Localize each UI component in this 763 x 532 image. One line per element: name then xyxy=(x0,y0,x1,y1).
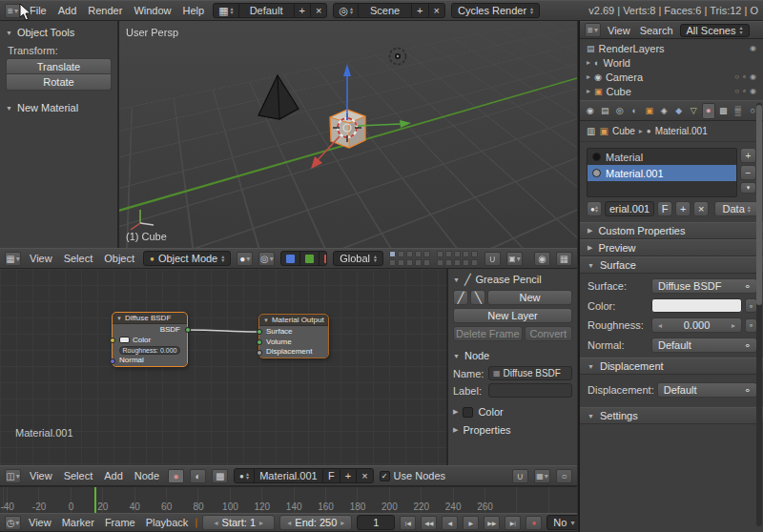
renderability-icon[interactable] xyxy=(750,72,756,81)
renderability-icon[interactable] xyxy=(750,87,756,95)
material-browse-icon[interactable] xyxy=(587,201,602,216)
view3d-menu-object[interactable]: Object xyxy=(101,253,137,264)
pivot-select[interactable]: ▾ xyxy=(258,252,275,266)
settings-panel-header[interactable]: Settings xyxy=(580,407,763,424)
tab-scene[interactable] xyxy=(613,103,626,119)
next-keyframe-icon[interactable] xyxy=(484,516,500,530)
slot-specials-icon[interactable]: ▾ xyxy=(740,182,756,194)
color-panel-header[interactable]: Color xyxy=(453,404,572,419)
tab-constraints[interactable] xyxy=(657,103,670,119)
tab-material[interactable] xyxy=(702,103,715,119)
socket-surface-input[interactable] xyxy=(257,329,262,335)
color-swatch[interactable] xyxy=(119,337,130,343)
timeline-menu-frame[interactable]: Frame xyxy=(102,517,138,528)
render-toggle-icon[interactable] xyxy=(750,44,756,52)
gp-convert-button[interactable]: Convert xyxy=(525,326,572,341)
layer-toggles-left[interactable] xyxy=(389,251,431,267)
material-browse-icon[interactable] xyxy=(235,469,255,482)
gp-new-layer-button[interactable]: New Layer xyxy=(453,308,572,323)
node-panel-header[interactable]: Node xyxy=(453,348,572,363)
slot-remove-icon[interactable]: − xyxy=(740,165,756,180)
socket-bsdf-output[interactable] xyxy=(185,327,191,333)
node-label-field[interactable] xyxy=(488,383,572,398)
node-snap-icon[interactable] xyxy=(512,469,528,483)
grease-pencil-panel-header[interactable]: Grease Pencil xyxy=(453,272,572,287)
scale-manipulator-icon[interactable] xyxy=(320,252,327,265)
menu-add[interactable]: Add xyxy=(55,5,80,16)
shader-nodes-toggle-icon[interactable] xyxy=(168,469,184,483)
material-add-icon[interactable] xyxy=(675,201,691,216)
opengl-render-still-icon[interactable] xyxy=(534,252,550,266)
properties-scrollbar[interactable] xyxy=(756,103,762,526)
material-slot-selected[interactable]: Material.001 xyxy=(588,165,736,181)
play-reverse-icon[interactable] xyxy=(442,516,458,530)
tab-render[interactable] xyxy=(584,103,596,119)
end-frame-field[interactable]: ◂End: 250▸ xyxy=(279,515,352,530)
material-add-icon[interactable] xyxy=(340,469,357,482)
scene-browse-icon[interactable] xyxy=(334,4,359,17)
selectability-icon[interactable] xyxy=(742,87,747,95)
outliner-editor-type-button[interactable]: ▾ xyxy=(585,23,601,37)
outliner-item-camera[interactable]: ▸ Camera xyxy=(580,70,763,84)
tab-object[interactable] xyxy=(643,103,655,119)
timeline-ruler[interactable]: -40 -20 0 20 40 60 80 100 120 140 160 18… xyxy=(0,486,577,513)
translate-button[interactable]: Translate xyxy=(6,58,112,74)
node-menu-add[interactable]: Add xyxy=(101,470,126,481)
rotate-manipulator-icon[interactable] xyxy=(300,252,320,265)
outliner-item-renderlayers[interactable]: RenderLayers xyxy=(580,41,763,55)
outliner-item-world[interactable]: ▸ World xyxy=(580,55,763,70)
menu-window[interactable]: Window xyxy=(131,5,174,16)
roughness-slider[interactable]: Roughness:0.000 xyxy=(119,346,180,355)
viewport-3d[interactable]: User Persp (1) Cube xyxy=(119,21,577,248)
screen-layout-delete-icon[interactable] xyxy=(311,4,326,17)
socket-normal-input[interactable] xyxy=(110,358,115,364)
view3d-menu-select[interactable]: Select xyxy=(61,253,96,264)
material-name[interactable]: Material.001 xyxy=(255,469,323,482)
selectability-icon[interactable] xyxy=(742,72,747,81)
material-fake-user-button[interactable]: F xyxy=(657,201,672,216)
displacement-panel-header[interactable]: Displacement xyxy=(580,358,763,375)
rotate-button[interactable]: Rotate xyxy=(6,74,112,91)
outliner-scope-select[interactable]: All Scenes xyxy=(680,24,750,37)
timeline-menu-marker[interactable]: Marker xyxy=(59,517,97,528)
expand-icon[interactable]: ▸ xyxy=(587,72,590,81)
opengl-render-anim-icon[interactable] xyxy=(556,252,572,266)
base-color-swatch[interactable] xyxy=(651,298,742,313)
data-link-select[interactable]: Data xyxy=(714,201,758,216)
diffuse-bsdf-node[interactable]: Diffuse BSDF BSDF Color Roughness:0.000 … xyxy=(113,313,187,366)
scene-add-icon[interactable] xyxy=(412,4,428,17)
gp-new-button[interactable]: New xyxy=(487,290,572,305)
node-name-field[interactable]: Diffuse BSDF xyxy=(488,366,572,380)
current-frame-field[interactable]: 1 xyxy=(357,515,395,530)
visibility-icon[interactable] xyxy=(734,72,739,81)
material-output-node[interactable]: Material Output Surface Volume Displacem… xyxy=(259,315,328,358)
snap-toggle-icon[interactable] xyxy=(485,252,501,266)
view3d-menu-view[interactable]: View xyxy=(27,253,55,264)
normal-select[interactable]: Default xyxy=(651,338,757,353)
tab-particles[interactable] xyxy=(732,103,744,119)
tab-modifiers[interactable] xyxy=(672,103,685,119)
displacement-select[interactable]: Default xyxy=(657,382,757,398)
gp-delete-frame-button[interactable]: Delete Frame xyxy=(453,326,523,341)
menu-help[interactable]: Help xyxy=(180,5,208,16)
screen-layout-name[interactable]: Default xyxy=(239,4,295,17)
compositing-nodes-toggle-icon[interactable] xyxy=(190,469,206,483)
gp-line-icon[interactable] xyxy=(470,290,485,305)
fake-user-button[interactable]: F xyxy=(323,469,340,482)
tab-world[interactable] xyxy=(628,103,640,119)
object-tools-panel-header[interactable]: Object Tools xyxy=(6,25,112,40)
node-pin-icon[interactable] xyxy=(556,469,572,483)
menu-render[interactable]: Render xyxy=(85,5,125,16)
socket-displacement-input[interactable] xyxy=(257,350,262,356)
layer-toggles-right[interactable] xyxy=(437,251,479,267)
play-icon[interactable] xyxy=(463,516,479,530)
sync-mode-select[interactable]: No▾ xyxy=(546,515,577,530)
socket-color-input[interactable] xyxy=(110,338,115,343)
new-material-panel-header[interactable]: New Material xyxy=(6,100,112,115)
outliner-menu-view[interactable]: View xyxy=(605,25,633,36)
scene-name[interactable]: Scene xyxy=(359,4,412,17)
slot-add-icon[interactable] xyxy=(740,148,756,163)
tab-render-layers[interactable] xyxy=(598,103,610,119)
node-menu-view[interactable]: View xyxy=(27,470,55,481)
record-icon[interactable] xyxy=(526,516,542,530)
